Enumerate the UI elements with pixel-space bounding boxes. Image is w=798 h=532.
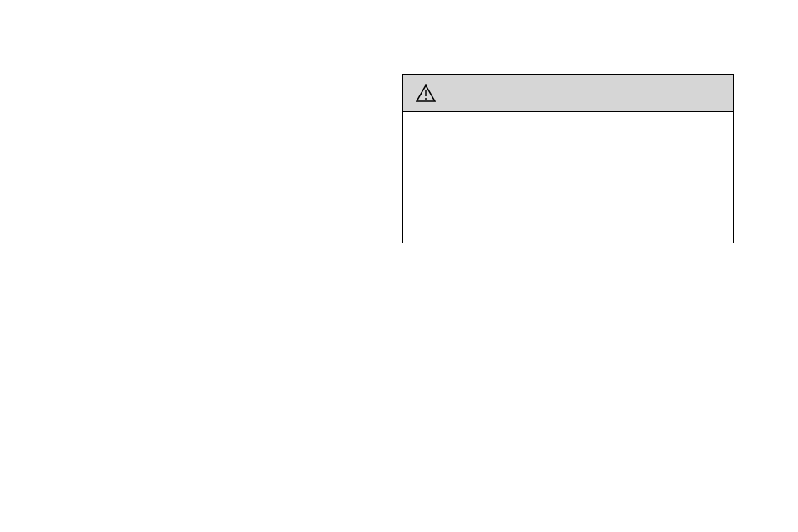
svg-point-1	[425, 98, 427, 100]
warning-triangle-icon	[416, 84, 436, 103]
separator-line	[92, 478, 724, 478]
caution-header	[403, 75, 733, 112]
caution-box	[402, 74, 734, 243]
caution-body	[403, 112, 733, 129]
